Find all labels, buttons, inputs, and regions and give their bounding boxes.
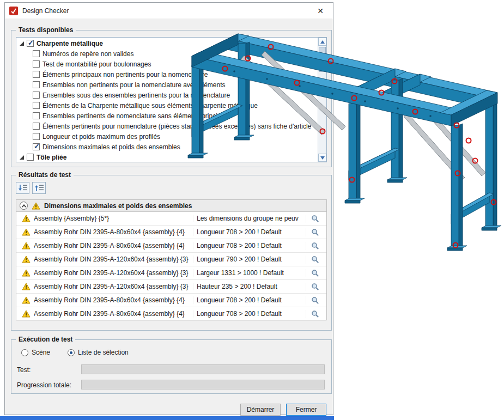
checkbox[interactable] <box>33 81 40 88</box>
tree-item-label: Ensembles sous des ensembles pertinents … <box>42 92 230 99</box>
scrollbar-thumb[interactable] <box>319 47 326 72</box>
result-message: Longueur 790 > 200 ! Default <box>193 255 306 263</box>
expand-rows-icon <box>18 184 28 192</box>
scroll-up-button[interactable] <box>318 38 326 46</box>
taskbar-strip <box>0 416 334 420</box>
warning-icon <box>19 283 34 290</box>
tree-item-label: Éléments principaux non pertinents pour … <box>42 71 208 78</box>
tree-item-row[interactable]: Ensembles sous des ensembles pertinents … <box>16 90 317 100</box>
tests-list: Charpente métallique Numéros de repère n… <box>16 37 327 162</box>
tests-tree: Charpente métallique Numéros de repère n… <box>16 38 317 162</box>
result-message: Largeur 1331 > 1000 ! Default <box>193 269 306 277</box>
result-row[interactable]: Assembly Rohr DIN 2395-A-120x60x4 {assem… <box>16 266 326 280</box>
radio-selection-list-label: Liste de sélection <box>78 349 129 356</box>
results-rows: Assembly {Assembly} {5*} Les dimensions … <box>16 212 326 321</box>
tree-group-label: Tôle pliée <box>37 154 66 161</box>
radio-selection-list-icon[interactable] <box>68 349 75 356</box>
results-group-header[interactable]: Dimensions maximales et poids des ensemb… <box>16 200 326 212</box>
collapse-rows-icon <box>34 184 44 192</box>
result-row[interactable]: Assembly {Assembly} {5*} Les dimensions … <box>16 212 326 226</box>
checkbox[interactable] <box>33 112 40 119</box>
magnifier-icon <box>311 242 319 250</box>
tree-item-label: Longueur et poids maximum des profilés <box>42 133 160 141</box>
start-button[interactable]: Démarrer <box>240 404 281 416</box>
execution-section-title: Exécution de test <box>16 336 75 343</box>
expand-rows-button[interactable] <box>16 182 29 194</box>
expander-icon[interactable] <box>20 41 24 46</box>
checkbox[interactable] <box>33 50 40 57</box>
close-button[interactable]: ✕ <box>309 3 332 19</box>
tree-item-label: Ensembles non pertinents pour la nomencl… <box>42 81 226 89</box>
magnifier-icon <box>311 255 319 264</box>
checkbox[interactable] <box>33 133 40 140</box>
tree-group-row[interactable]: Tôle pliée <box>16 152 317 162</box>
result-message: Longueur 708 > 200 ! Default <box>193 242 306 249</box>
total-progress-label: Progression totale: <box>17 381 71 389</box>
checkbox[interactable] <box>33 60 40 68</box>
tree-item-row[interactable]: Dimensions maximales et poids des ensemb… <box>16 142 317 152</box>
zoom-to-item-button[interactable] <box>306 269 324 277</box>
zoom-to-item-button[interactable] <box>306 310 324 318</box>
zoom-to-item-button[interactable] <box>306 283 324 291</box>
checkbox[interactable] <box>33 92 40 99</box>
zoom-to-item-button[interactable] <box>306 215 324 223</box>
result-row[interactable]: Assembly Rohr DIN 2395-A-120x60x4 {assem… <box>16 253 326 266</box>
magnifier-icon <box>311 215 319 223</box>
magnifier-icon <box>311 269 319 277</box>
tree-item-row[interactable]: Ensembles non pertinents pour la nomencl… <box>16 80 317 90</box>
result-row[interactable]: Assembly Rohr DIN 2395-A-80x60x4 {assemb… <box>16 307 326 321</box>
close-dialog-button[interactable]: Fermer <box>286 404 326 416</box>
expander-icon[interactable] <box>20 155 24 160</box>
app-icon <box>9 7 18 15</box>
result-item-name: Assembly {Assembly} {5*} <box>34 215 193 222</box>
tree-item-row[interactable]: Numéros de repère non valides <box>16 48 317 59</box>
radio-scene-icon[interactable] <box>21 349 28 356</box>
zoom-to-item-button[interactable] <box>306 296 324 305</box>
tree-item-row[interactable]: Longueur et poids maximum des profilés <box>16 131 317 142</box>
checkbox[interactable] <box>33 102 40 109</box>
result-item-name: Assembly Rohr DIN 2395-A-80x60x4 {assemb… <box>34 310 193 318</box>
tree-item-row[interactable]: Éléments pertinents pour nomenclature (p… <box>16 121 317 131</box>
tree-item-row[interactable]: Éléments principaux non pertinents pour … <box>16 69 317 80</box>
scroll-down-button[interactable] <box>318 154 326 162</box>
radio-selection-list[interactable]: Liste de sélection <box>68 349 129 356</box>
result-item-name: Assembly Rohr DIN 2395-A-80x60x4 {assemb… <box>34 296 193 304</box>
warning-icon <box>19 228 34 236</box>
checkbox[interactable] <box>33 123 40 130</box>
checkbox[interactable] <box>33 143 40 150</box>
checkbox[interactable] <box>33 71 40 78</box>
collapse-group-icon[interactable] <box>20 202 28 210</box>
result-message: Hauteur 235 > 200 ! Default <box>193 283 306 290</box>
collapse-rows-button[interactable] <box>32 182 46 194</box>
zoom-to-item-button[interactable] <box>306 228 324 236</box>
tree-item-row[interactable]: Éléments de la Charpente métallique sous… <box>16 100 317 111</box>
zoom-to-item-button[interactable] <box>306 242 324 250</box>
result-row[interactable]: Assembly Rohr DIN 2395-A-80x60x4 {assemb… <box>16 226 326 239</box>
result-row[interactable]: Assembly Rohr DIN 2395-A-120x60x4 {assem… <box>16 280 326 294</box>
zoom-to-item-button[interactable] <box>306 255 324 264</box>
result-row[interactable]: Assembly Rohr DIN 2395-A-80x60x4 {assemb… <box>16 239 326 253</box>
tree-item-row[interactable]: Ensembles pertinents de nomenclature san… <box>16 111 317 121</box>
result-message: Longueur 708 > 200 ! Default <box>193 296 306 304</box>
results-table: Dimensions maximales et poids des ensemb… <box>16 199 327 320</box>
results-section-title: Résultats de test <box>16 171 74 179</box>
result-item-name: Assembly Rohr DIN 2395-A-80x60x4 {assemb… <box>34 242 193 249</box>
scrollbar[interactable] <box>318 38 326 162</box>
checkbox[interactable] <box>27 40 34 47</box>
test-progress-field <box>81 364 325 374</box>
warning-icon <box>19 296 34 304</box>
tree-item-row[interactable]: Test de montabilité pour boulonnages <box>16 59 317 69</box>
radio-scene[interactable]: Scène <box>21 349 50 356</box>
tree-item-label: Test de montabilité pour boulonnages <box>42 60 151 68</box>
result-item-name: Assembly Rohr DIN 2395-A-120x60x4 {assem… <box>34 255 193 263</box>
warning-icon <box>32 202 40 210</box>
warning-icon <box>19 215 34 222</box>
tree-item-label: Éléments pertinents pour nomenclature (p… <box>42 123 311 130</box>
tests-section: Tests disponibles Charpente métallique N… <box>11 30 332 167</box>
checkbox[interactable] <box>27 154 34 161</box>
result-row[interactable]: Assembly Rohr DIN 2395-A-80x60x4 {assemb… <box>16 294 326 307</box>
chevron-up-icon <box>21 204 26 209</box>
arrow-up-icon <box>320 40 325 44</box>
warning-icon <box>19 310 34 318</box>
tree-group-row[interactable]: Charpente métallique <box>16 38 317 48</box>
